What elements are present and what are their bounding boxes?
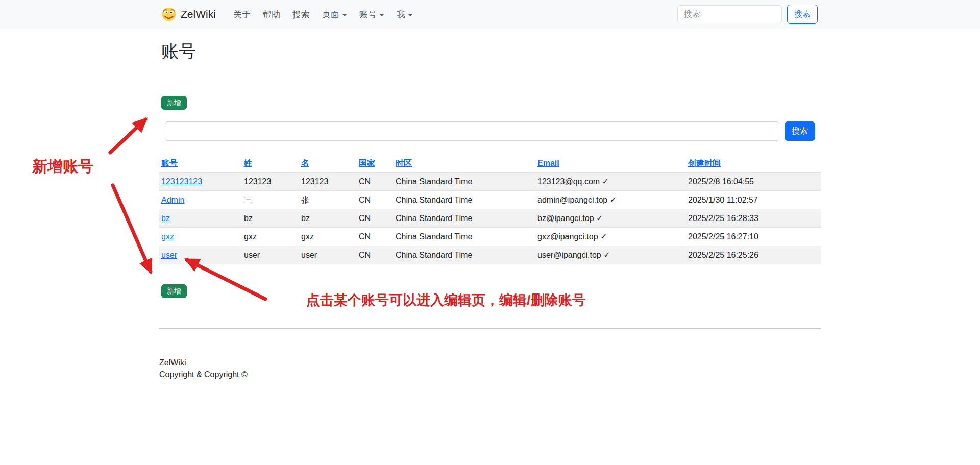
footer: ZelWiki Copyright & Copyright © [159,357,821,380]
cell-last-name: 三 [242,191,299,209]
sort-header-last-name[interactable]: 姓 [244,159,252,167]
smiley-logo-icon [161,7,177,22]
cell-first-name: user [299,246,357,264]
chevron-down-icon [379,14,384,16]
cell-email: bz@ipangci.top ✓ [535,209,686,228]
cell-email: user@ipangci.top ✓ [535,246,686,264]
nav-link-about[interactable]: 关于 [227,5,257,25]
annotation-add-account-label: 新增账号 [32,156,93,177]
cell-timezone: China Standard Time [394,228,535,246]
sort-header-timezone[interactable]: 时区 [396,159,412,167]
nav-links: 关于 帮助 搜索 页面 账号 我 [227,5,677,25]
table-row: user user user CN China Standard Time us… [159,246,821,264]
account-link[interactable]: Admin [161,195,184,204]
nav-link-search[interactable]: 搜索 [286,5,316,25]
brand-text: ZelWiki [181,8,216,20]
cell-country: CN [357,173,394,191]
account-link[interactable]: user [161,251,177,259]
cell-last-name: gxz [242,228,299,246]
cell-created: 2025/1/30 11:02:57 [686,191,821,209]
cell-email: admin@ipangci.top ✓ [535,191,686,209]
table-search-button[interactable]: 搜索 [785,121,815,141]
page-title: 账号 [161,41,821,61]
top-navbar: ZelWiki 关于 帮助 搜索 页面 账号 我 搜索 [0,0,980,29]
add-account-button-top[interactable]: 新增 [161,96,187,110]
add-account-button-bottom[interactable]: 新增 [161,284,187,298]
table-row: bz bz bz CN China Standard Time bz@ipang… [159,209,821,228]
footer-brand: ZelWiki [159,357,821,369]
cell-first-name: gxz [299,228,357,246]
sort-header-country[interactable]: 国家 [359,159,375,167]
navbar-search: 搜索 [677,5,818,24]
cell-first-name: 张 [299,191,357,209]
cell-created: 2025/2/25 16:27:10 [686,228,821,246]
navbar-search-button[interactable]: 搜索 [787,5,818,24]
page: ZelWiki 关于 帮助 搜索 页面 账号 我 搜索 账号 新增 搜索 [0,0,980,465]
footer-copyright: Copyright & Copyright © [159,369,821,380]
cell-first-name: bz [299,209,357,228]
nav-dropdown-accounts[interactable]: 账号 [353,5,390,25]
cell-timezone: China Standard Time [394,191,535,209]
sort-header-account[interactable]: 账号 [161,159,178,167]
navbar-search-input[interactable] [677,5,782,23]
accounts-table: 账号 姓 名 国家 时区 Email 创建时间 123123123 123123… [159,154,821,264]
table-row: gxz gxz gxz CN China Standard Time gxz@i… [159,228,821,246]
cell-first-name: 123123 [299,173,357,191]
nav-link-help[interactable]: 帮助 [257,5,286,25]
cell-country: CN [357,228,394,246]
cell-country: CN [357,191,394,209]
table-row: 123123123 123123 123123 CN China Standar… [159,173,821,191]
cell-created: 2025/2/8 16:04:55 [686,173,821,191]
cell-country: CN [357,209,394,228]
sort-header-first-name[interactable]: 名 [301,159,309,167]
cell-last-name: 123123 [242,173,299,191]
account-link[interactable]: bz [161,214,170,223]
chevron-down-icon [408,14,413,16]
table-search-row: 搜索 [159,121,821,141]
cell-last-name: user [242,246,299,264]
cell-last-name: bz [242,209,299,228]
arrow-to-top-add-button [110,119,145,153]
brand-link[interactable]: ZelWiki [161,7,216,22]
table-row: Admin 三 张 CN China Standard Time admin@i… [159,191,821,209]
cell-country: CN [357,246,394,264]
cell-email: 123123@qq.com ✓ [535,173,686,191]
sort-header-email[interactable]: Email [537,159,559,167]
arrow-to-bottom-add-button [113,185,151,272]
sort-header-created[interactable]: 创建时间 [688,159,721,167]
table-header-row: 账号 姓 名 国家 时区 Email 创建时间 [159,154,821,173]
nav-dropdown-pages[interactable]: 页面 [316,5,353,25]
cell-timezone: China Standard Time [394,246,535,264]
account-link[interactable]: 123123123 [161,177,202,186]
cell-created: 2025/2/25 16:25:26 [686,246,821,264]
cell-created: 2025/2/25 16:28:33 [686,209,821,228]
account-link[interactable]: gxz [161,232,174,241]
cell-timezone: China Standard Time [394,209,535,228]
cell-timezone: China Standard Time [394,173,535,191]
main-content: 账号 新增 搜索 账号 姓 名 国家 时区 Email 创建时间 [159,41,821,380]
nav-dropdown-me[interactable]: 我 [390,5,419,25]
cell-email: gxz@ipangci.top ✓ [535,228,686,246]
table-search-input[interactable] [165,121,779,141]
footer-divider [159,328,821,329]
chevron-down-icon [342,14,347,16]
